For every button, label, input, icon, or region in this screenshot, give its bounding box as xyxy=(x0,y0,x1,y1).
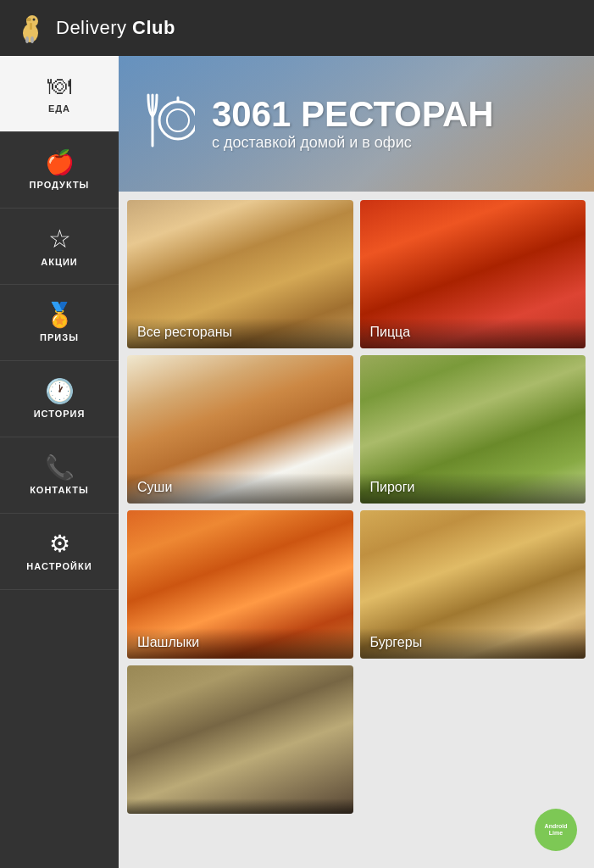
promos-icon: ☆ xyxy=(48,226,71,252)
sidebar-item-prizes[interactable]: 🏅 ПРИЗЫ xyxy=(0,285,119,361)
pizza-label: Пицца xyxy=(360,318,586,348)
sidebar-label-food: ЕДА xyxy=(48,103,70,114)
main-layout: 🍽 ЕДА 🍎 ПРОДУКТЫ ☆ АКЦИИ 🏅 ПРИЗЫ 🕐 ИСТОР… xyxy=(0,56,594,868)
sidebar-label-promos: АКЦИИ xyxy=(41,257,78,267)
category-grid: Все рестораны Пицца Суши Пироги Шашл xyxy=(119,192,594,822)
content-area: 3061 РЕСТОРАН с доставкой домой и в офис… xyxy=(119,56,594,868)
noodles-image xyxy=(127,665,353,814)
food-icon: 🍽 xyxy=(47,75,71,98)
sidebar-item-promos[interactable]: ☆ АКЦИИ xyxy=(0,209,119,285)
banner-subtitle: с доставкой домой и в офис xyxy=(212,134,494,152)
prizes-icon: 🏅 xyxy=(45,303,75,327)
category-pirogi[interactable]: Пироги xyxy=(360,355,586,504)
category-sushi[interactable]: Суши xyxy=(127,355,353,504)
sidebar-label-products: ПРОДУКТЫ xyxy=(30,180,90,190)
sidebar: 🍽 ЕДА 🍎 ПРОДУКТЫ ☆ АКЦИИ 🏅 ПРИЗЫ 🕐 ИСТОР… xyxy=(0,56,119,868)
sidebar-label-contacts: КОНТАКТЫ xyxy=(30,485,89,495)
category-noodles[interactable] xyxy=(127,665,353,814)
watermark-label: AndroidLime xyxy=(545,823,568,837)
svg-rect-3 xyxy=(30,23,32,30)
android-lime-badge: AndroidLime xyxy=(535,809,577,851)
sidebar-item-history[interactable]: 🕐 ИСТОРИЯ xyxy=(0,361,119,437)
pirogi-label: Пироги xyxy=(360,473,586,504)
category-shashlyki[interactable]: Шашлыки xyxy=(127,510,353,659)
all-restaurants-label: Все рестораны xyxy=(127,318,353,348)
sidebar-item-products[interactable]: 🍎 ПРОДУКТЫ xyxy=(0,132,119,209)
settings-icon: ⚙ xyxy=(49,532,70,556)
banner-text: 3061 РЕСТОРАН с доставкой домой и в офис xyxy=(212,97,494,152)
ostrich-icon xyxy=(14,11,47,45)
sushi-label: Суши xyxy=(127,473,353,504)
svg-point-4 xyxy=(33,19,36,21)
noodles-label xyxy=(127,798,353,814)
svg-point-2 xyxy=(26,18,31,21)
svg-point-6 xyxy=(31,36,34,43)
category-pizza[interactable]: Пицца xyxy=(360,200,586,348)
app-header: Delivery Club xyxy=(0,0,594,56)
svg-point-9 xyxy=(167,109,189,131)
sidebar-item-settings[interactable]: ⚙ НАСТРОЙКИ xyxy=(0,514,119,590)
app-logo: Delivery Club xyxy=(14,11,175,45)
sidebar-label-settings: НАСТРОЙКИ xyxy=(26,561,92,571)
sidebar-label-prizes: ПРИЗЫ xyxy=(40,332,79,342)
hero-banner: 3061 РЕСТОРАН с доставкой домой и в офис xyxy=(119,56,594,192)
header-title: Delivery Club xyxy=(56,17,175,39)
sidebar-item-food[interactable]: 🍽 ЕДА xyxy=(0,56,119,132)
sidebar-item-contacts[interactable]: 📞 КОНТАКТЫ xyxy=(0,437,119,514)
products-icon: 🍎 xyxy=(45,151,75,175)
banner-number: 3061 РЕСТОРАН xyxy=(212,97,494,132)
svg-point-5 xyxy=(25,36,29,43)
restaurant-icon xyxy=(144,91,195,157)
burgers-label: Бургеры xyxy=(360,628,586,659)
category-burgers[interactable]: Бургеры xyxy=(360,510,586,659)
history-icon: 🕐 xyxy=(45,380,75,403)
shashlyki-label: Шашлыки xyxy=(127,628,353,659)
sidebar-label-history: ИСТОРИЯ xyxy=(34,409,86,419)
category-all-restaurants[interactable]: Все рестораны xyxy=(127,200,353,348)
contacts-icon: 📞 xyxy=(45,456,75,480)
